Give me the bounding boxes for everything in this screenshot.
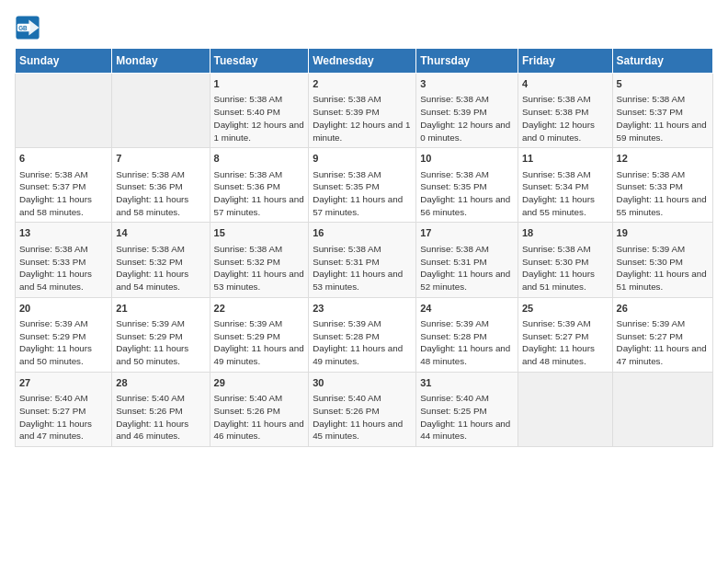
day-cell: 6Sunrise: 5:38 AM Sunset: 5:37 PM Daylig… xyxy=(16,148,112,223)
calendar-table: SundayMondayTuesdayWednesdayThursdayFrid… xyxy=(15,48,713,447)
day-cell: 13Sunrise: 5:38 AM Sunset: 5:33 PM Dayli… xyxy=(16,223,112,297)
day-info: Sunrise: 5:40 AM Sunset: 5:26 PM Dayligh… xyxy=(116,392,205,442)
day-cell: 10Sunrise: 5:38 AM Sunset: 5:35 PM Dayli… xyxy=(416,148,518,223)
day-number: 11 xyxy=(522,152,609,166)
day-cell: 19Sunrise: 5:39 AM Sunset: 5:30 PM Dayli… xyxy=(612,223,712,297)
day-number: 14 xyxy=(116,226,205,240)
day-number: 10 xyxy=(420,152,514,166)
day-number: 9 xyxy=(313,152,412,166)
week-row-5: 27Sunrise: 5:40 AM Sunset: 5:27 PM Dayli… xyxy=(16,372,713,446)
day-number: 1 xyxy=(214,77,305,91)
day-number: 16 xyxy=(313,226,412,240)
day-number: 23 xyxy=(313,302,412,316)
day-cell: 24Sunrise: 5:39 AM Sunset: 5:28 PM Dayli… xyxy=(416,297,518,372)
day-info: Sunrise: 5:39 AM Sunset: 5:29 PM Dayligh… xyxy=(214,317,305,368)
day-number: 20 xyxy=(19,302,108,316)
day-cell: 30Sunrise: 5:40 AM Sunset: 5:26 PM Dayli… xyxy=(309,372,416,446)
page-header: GB xyxy=(15,15,713,40)
day-info: Sunrise: 5:38 AM Sunset: 5:38 PM Dayligh… xyxy=(522,93,609,144)
day-info: Sunrise: 5:38 AM Sunset: 5:33 PM Dayligh… xyxy=(617,168,709,219)
day-info: Sunrise: 5:38 AM Sunset: 5:35 PM Dayligh… xyxy=(420,168,514,219)
day-cell: 12Sunrise: 5:38 AM Sunset: 5:33 PM Dayli… xyxy=(612,148,712,223)
day-number: 8 xyxy=(214,152,305,166)
day-cell: 29Sunrise: 5:40 AM Sunset: 5:26 PM Dayli… xyxy=(210,372,309,446)
day-cell xyxy=(112,74,210,148)
header-cell-thursday: Thursday xyxy=(416,49,518,74)
day-cell: 15Sunrise: 5:38 AM Sunset: 5:32 PM Dayli… xyxy=(210,223,309,297)
day-cell: 25Sunrise: 5:39 AM Sunset: 5:27 PM Dayli… xyxy=(518,297,612,372)
day-info: Sunrise: 5:38 AM Sunset: 5:32 PM Dayligh… xyxy=(116,243,205,293)
header-cell-saturday: Saturday xyxy=(612,49,712,74)
day-info: Sunrise: 5:38 AM Sunset: 5:36 PM Dayligh… xyxy=(116,168,205,219)
day-info: Sunrise: 5:38 AM Sunset: 5:37 PM Dayligh… xyxy=(617,93,709,144)
day-info: Sunrise: 5:38 AM Sunset: 5:39 PM Dayligh… xyxy=(313,93,412,144)
day-cell: 27Sunrise: 5:40 AM Sunset: 5:27 PM Dayli… xyxy=(16,372,112,446)
day-cell: 5Sunrise: 5:38 AM Sunset: 5:37 PM Daylig… xyxy=(612,74,712,148)
day-cell: 18Sunrise: 5:38 AM Sunset: 5:30 PM Dayli… xyxy=(518,223,612,297)
day-number: 3 xyxy=(420,77,514,91)
day-number: 5 xyxy=(617,77,709,91)
day-number: 21 xyxy=(116,302,205,316)
day-number: 29 xyxy=(214,376,305,390)
day-info: Sunrise: 5:40 AM Sunset: 5:26 PM Dayligh… xyxy=(214,392,305,442)
day-cell: 3Sunrise: 5:38 AM Sunset: 5:39 PM Daylig… xyxy=(416,74,518,148)
day-number: 31 xyxy=(420,376,514,390)
day-cell: 8Sunrise: 5:38 AM Sunset: 5:36 PM Daylig… xyxy=(210,148,309,223)
day-info: Sunrise: 5:38 AM Sunset: 5:34 PM Dayligh… xyxy=(522,168,609,219)
day-info: Sunrise: 5:39 AM Sunset: 5:30 PM Dayligh… xyxy=(617,243,709,293)
day-cell: 9Sunrise: 5:38 AM Sunset: 5:35 PM Daylig… xyxy=(309,148,416,223)
header-cell-tuesday: Tuesday xyxy=(210,49,309,74)
day-number: 12 xyxy=(617,152,709,166)
day-cell xyxy=(612,372,712,446)
header-cell-sunday: Sunday xyxy=(16,49,112,74)
day-cell: 17Sunrise: 5:38 AM Sunset: 5:31 PM Dayli… xyxy=(416,223,518,297)
day-info: Sunrise: 5:38 AM Sunset: 5:35 PM Dayligh… xyxy=(313,168,412,219)
day-info: Sunrise: 5:39 AM Sunset: 5:28 PM Dayligh… xyxy=(420,317,514,368)
week-row-3: 13Sunrise: 5:38 AM Sunset: 5:33 PM Dayli… xyxy=(16,223,713,297)
week-row-2: 6Sunrise: 5:38 AM Sunset: 5:37 PM Daylig… xyxy=(16,148,713,223)
day-info: Sunrise: 5:39 AM Sunset: 5:28 PM Dayligh… xyxy=(313,317,412,368)
day-info: Sunrise: 5:38 AM Sunset: 5:40 PM Dayligh… xyxy=(214,93,305,144)
day-cell xyxy=(16,74,112,148)
day-cell: 31Sunrise: 5:40 AM Sunset: 5:25 PM Dayli… xyxy=(416,372,518,446)
day-info: Sunrise: 5:38 AM Sunset: 5:36 PM Dayligh… xyxy=(214,168,305,219)
day-cell: 22Sunrise: 5:39 AM Sunset: 5:29 PM Dayli… xyxy=(210,297,309,372)
header-cell-wednesday: Wednesday xyxy=(309,49,416,74)
day-info: Sunrise: 5:38 AM Sunset: 5:31 PM Dayligh… xyxy=(313,243,412,293)
day-info: Sunrise: 5:38 AM Sunset: 5:30 PM Dayligh… xyxy=(522,243,609,293)
day-number: 28 xyxy=(116,376,205,390)
day-cell: 23Sunrise: 5:39 AM Sunset: 5:28 PM Dayli… xyxy=(309,297,416,372)
day-cell xyxy=(518,372,612,446)
day-cell: 2Sunrise: 5:38 AM Sunset: 5:39 PM Daylig… xyxy=(309,74,416,148)
day-info: Sunrise: 5:38 AM Sunset: 5:39 PM Dayligh… xyxy=(420,93,514,144)
day-number: 19 xyxy=(617,226,709,240)
logo: GB xyxy=(15,15,44,40)
day-cell: 20Sunrise: 5:39 AM Sunset: 5:29 PM Dayli… xyxy=(16,297,112,372)
day-info: Sunrise: 5:39 AM Sunset: 5:27 PM Dayligh… xyxy=(617,317,709,368)
day-number: 25 xyxy=(522,302,609,316)
day-cell: 26Sunrise: 5:39 AM Sunset: 5:27 PM Dayli… xyxy=(612,297,712,372)
header-cell-monday: Monday xyxy=(112,49,210,74)
day-info: Sunrise: 5:39 AM Sunset: 5:27 PM Dayligh… xyxy=(522,317,609,368)
day-number: 4 xyxy=(522,77,609,91)
day-number: 26 xyxy=(617,302,709,316)
day-info: Sunrise: 5:40 AM Sunset: 5:26 PM Dayligh… xyxy=(313,392,412,442)
calendar-header: SundayMondayTuesdayWednesdayThursdayFrid… xyxy=(16,49,713,74)
calendar-body: 1Sunrise: 5:38 AM Sunset: 5:40 PM Daylig… xyxy=(16,74,713,447)
day-number: 17 xyxy=(420,226,514,240)
day-cell: 4Sunrise: 5:38 AM Sunset: 5:38 PM Daylig… xyxy=(518,74,612,148)
svg-text:GB: GB xyxy=(18,25,28,31)
day-info: Sunrise: 5:40 AM Sunset: 5:25 PM Dayligh… xyxy=(420,392,514,442)
day-info: Sunrise: 5:38 AM Sunset: 5:37 PM Dayligh… xyxy=(19,168,108,219)
day-number: 7 xyxy=(116,152,205,166)
header-cell-friday: Friday xyxy=(518,49,612,74)
day-number: 27 xyxy=(19,376,108,390)
day-info: Sunrise: 5:38 AM Sunset: 5:33 PM Dayligh… xyxy=(19,243,108,293)
day-cell: 28Sunrise: 5:40 AM Sunset: 5:26 PM Dayli… xyxy=(112,372,210,446)
day-cell: 11Sunrise: 5:38 AM Sunset: 5:34 PM Dayli… xyxy=(518,148,612,223)
day-number: 24 xyxy=(420,302,514,316)
logo-icon: GB xyxy=(15,15,40,40)
day-number: 22 xyxy=(214,302,305,316)
day-cell: 21Sunrise: 5:39 AM Sunset: 5:29 PM Dayli… xyxy=(112,297,210,372)
day-cell: 16Sunrise: 5:38 AM Sunset: 5:31 PM Dayli… xyxy=(309,223,416,297)
